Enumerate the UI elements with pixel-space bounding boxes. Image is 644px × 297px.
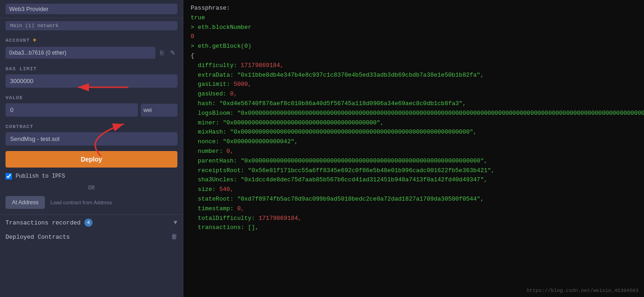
console-line: gasUsed: 0, (191, 90, 637, 99)
console-line: totalDifficulty: 17179869184, (191, 214, 637, 224)
console-line: transactions: [], (191, 223, 637, 233)
console-line: extraData: "0x11bbe8db4e347b4e8c937c1c83… (191, 71, 637, 80)
gas-limit-label: GAS LIMIT (0, 62, 183, 73)
console-line: receiptsRoot: "0x56e81f171bcc55a6ff8345e… (191, 166, 637, 176)
contract-row: SendMsg - test.sol (0, 131, 183, 149)
at-address-row: At Address Load contract from Address (0, 195, 183, 213)
account-row: 0xba3...b7616 (0 ether) ⎘ ✎ (0, 46, 183, 62)
console-line: > eth.blockNumber (191, 23, 637, 33)
value-row: wei (0, 102, 183, 120)
value-label: VALUE (0, 91, 183, 102)
console-output: Passphrase:true> eth.blockNumber0> eth.g… (191, 4, 637, 233)
watermark: https://blog.csdn.net/weixin_45304503 (527, 288, 638, 293)
right-panel: Passphrase:true> eth.blockNumber0> eth.g… (183, 0, 644, 297)
console-line: number: 0, (191, 147, 637, 157)
transactions-label: Transactions recorded 4 (6, 219, 93, 227)
console-line: nonce: "0x0000000000000042", (191, 137, 637, 147)
add-account-icon[interactable]: + (33, 37, 37, 44)
gas-limit-row (0, 73, 183, 91)
console-line: mixHash: "0x0000000000000000000000000000… (191, 128, 637, 137)
console-line: > eth.getBlock(0) (191, 42, 637, 51)
console-line: difficulty: 17179869184, (191, 61, 637, 71)
console-line: hash: "0xd4e56740f876aef8c010b86a40d5f56… (191, 99, 637, 109)
console-line: logsBloom: "0x00000000000000000000000000… (191, 109, 637, 118)
deployed-contracts-row: Deployed Contracts 🗑 (0, 230, 183, 243)
provider-row: Web3 Provider (0, 0, 183, 18)
contract-label: CONTRACT (0, 120, 183, 131)
value-input[interactable] (6, 103, 138, 117)
gas-limit-input[interactable] (6, 74, 177, 88)
console-line: true (191, 13, 637, 23)
publish-label: Publish to IPFS (16, 173, 65, 179)
console-line: stateRoot: "0xd7f8974fb5ac78d9ac099b9ad5… (191, 195, 637, 204)
console-line: parentHash: "0x0000000000000000000000000… (191, 157, 637, 166)
account-label: ACCOUNT + (0, 33, 183, 46)
console-line: miner: "0x000000000000000000000000000000… (191, 118, 637, 128)
console-line: gasLimit: 5000, (191, 80, 637, 90)
console-line: size: 540, (191, 185, 637, 195)
at-address-button[interactable]: At Address (6, 196, 45, 209)
deploy-button[interactable]: Deploy (6, 151, 177, 168)
wei-select[interactable]: wei (141, 104, 177, 117)
contract-select[interactable]: SendMsg - test.sol (6, 132, 177, 146)
network-badge: Main (1) network (6, 21, 177, 30)
or-divider: OR (0, 183, 183, 195)
load-contract-button[interactable]: Load contract from Address (48, 198, 177, 207)
console-line: timestamp: 0, (191, 204, 637, 214)
transactions-row: Transactions recorded 4 ▼ (0, 214, 183, 230)
publish-checkbox[interactable] (6, 173, 12, 179)
transactions-badge: 4 (84, 219, 93, 227)
chevron-icon: ▼ (174, 219, 177, 226)
trash-icon[interactable]: 🗑 (171, 233, 177, 241)
left-panel: Web3 Provider Main (1) network ACCOUNT +… (0, 0, 183, 297)
deployed-contracts-label: Deployed Contracts (6, 234, 70, 241)
account-select[interactable]: 0xba3...b7616 (0 ether) (6, 47, 155, 59)
console-line: { (191, 51, 637, 61)
provider-select[interactable]: Web3 Provider (6, 4, 177, 14)
copy-account-button[interactable]: ⎘ (158, 47, 165, 58)
console-line: sha3Uncles: "0x1dcc4de8dec75d7aab85b567b… (191, 175, 637, 185)
publish-row: Publish to IPFS (0, 171, 183, 183)
edit-account-button[interactable]: ✎ (168, 47, 177, 58)
console-line: Passphrase: (191, 4, 637, 13)
console-line: 0 (191, 32, 637, 42)
